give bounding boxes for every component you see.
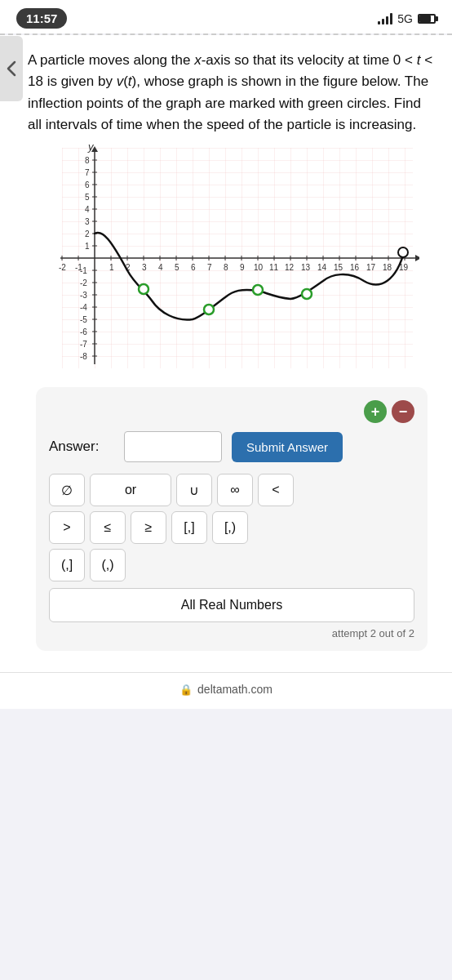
- math-keyboard: ∅ or ∪ ∞ < > ≤ ≥ [,] [,) (,] (,) All Rea…: [49, 474, 414, 622]
- svg-text:6: 6: [85, 180, 90, 189]
- graph-svg: x y -2 -1 1 2 3 4 5 6 7 8 9 10: [44, 144, 419, 372]
- svg-point-86: [398, 247, 408, 257]
- keyboard-row-3: (,] (,): [49, 549, 414, 581]
- svg-text:5: 5: [85, 193, 90, 202]
- half-open-left-button[interactable]: (,]: [49, 549, 85, 581]
- greater-equal-button[interactable]: ≥: [131, 511, 166, 544]
- svg-text:-1: -1: [80, 266, 87, 275]
- status-icons: 5G: [378, 12, 436, 25]
- svg-text:13: 13: [301, 263, 311, 272]
- network-label: 5G: [397, 12, 413, 25]
- svg-text:-2: -2: [80, 278, 87, 287]
- svg-point-83: [204, 305, 214, 314]
- svg-text:5: 5: [175, 263, 179, 272]
- svg-text:-3: -3: [80, 291, 87, 300]
- back-arrow[interactable]: [0, 36, 23, 101]
- union-button[interactable]: ∪: [176, 474, 212, 506]
- svg-text:16: 16: [350, 263, 360, 272]
- signal-icon: [378, 13, 392, 24]
- svg-text:7: 7: [85, 168, 90, 177]
- svg-text:11: 11: [269, 263, 279, 272]
- svg-text:12: 12: [285, 263, 295, 272]
- footer-url: deltamath.com: [197, 683, 273, 696]
- svg-text:-6: -6: [80, 327, 87, 336]
- svg-text:9: 9: [240, 263, 245, 272]
- less-equal-button[interactable]: ≤: [90, 511, 126, 544]
- add-input-button[interactable]: +: [364, 400, 387, 423]
- svg-point-85: [302, 289, 312, 299]
- svg-text:-2: -2: [59, 263, 66, 272]
- graph-container: x y -2 -1 1 2 3 4 5 6 7 8 9 10: [44, 144, 428, 372]
- closed-interval-button[interactable]: [,]: [171, 511, 207, 544]
- infinity-button[interactable]: ∞: [217, 474, 253, 506]
- svg-text:6: 6: [191, 263, 196, 272]
- svg-text:8: 8: [224, 263, 228, 272]
- svg-text:-4: -4: [80, 303, 87, 312]
- svg-text:3: 3: [85, 217, 90, 226]
- submit-button[interactable]: Submit Answer: [232, 432, 343, 462]
- svg-point-84: [253, 285, 263, 295]
- open-interval-button[interactable]: (,): [90, 549, 126, 581]
- footer: 🔒 deltamath.com: [0, 672, 452, 709]
- svg-text:-5: -5: [80, 315, 87, 324]
- main-content: A particle moves along the x-axis so tha…: [0, 35, 452, 672]
- remove-input-button[interactable]: −: [392, 400, 414, 423]
- svg-text:7: 7: [207, 263, 212, 272]
- less-than-button[interactable]: <: [258, 474, 294, 506]
- battery-fill: [419, 16, 431, 22]
- answer-area: + − Answer: Submit Answer ∅ or ∪ ∞ < > ≤…: [36, 387, 428, 651]
- svg-text:1: 1: [85, 242, 90, 251]
- all-real-numbers-button[interactable]: All Real Numbers: [49, 588, 414, 622]
- svg-text:8: 8: [85, 156, 90, 165]
- empty-set-button[interactable]: ∅: [49, 474, 85, 506]
- status-time: 11:57: [16, 8, 67, 29]
- attempt-text: attempt 2 out of 2: [49, 627, 414, 639]
- svg-text:2: 2: [85, 229, 90, 238]
- svg-text:1: 1: [109, 263, 114, 272]
- keyboard-row-2: > ≤ ≥ [,] [,): [49, 511, 414, 544]
- half-open-right-button[interactable]: [,): [212, 511, 248, 544]
- svg-point-82: [139, 284, 148, 294]
- svg-text:14: 14: [317, 263, 327, 272]
- svg-text:3: 3: [142, 263, 147, 272]
- status-bar: 11:57 5G: [0, 0, 452, 33]
- pm-buttons: + −: [49, 400, 414, 423]
- svg-text:10: 10: [254, 263, 264, 272]
- svg-text:-7: -7: [80, 340, 87, 349]
- answer-input[interactable]: [124, 431, 222, 462]
- lock-icon: 🔒: [179, 684, 193, 696]
- svg-text:4: 4: [158, 263, 163, 272]
- greater-than-button[interactable]: >: [49, 511, 85, 544]
- keyboard-row-1: ∅ or ∪ ∞ <: [49, 474, 414, 506]
- svg-text:15: 15: [334, 263, 343, 272]
- svg-text:17: 17: [366, 263, 376, 272]
- answer-label: Answer:: [49, 439, 114, 455]
- svg-text:-8: -8: [80, 352, 87, 361]
- problem-text: A particle moves along the x-axis so tha…: [28, 50, 436, 136]
- or-button[interactable]: or: [90, 474, 171, 506]
- svg-text:4: 4: [85, 205, 90, 214]
- battery-icon: [418, 14, 436, 24]
- answer-row: Answer: Submit Answer: [49, 431, 414, 462]
- svg-text:18: 18: [383, 263, 392, 272]
